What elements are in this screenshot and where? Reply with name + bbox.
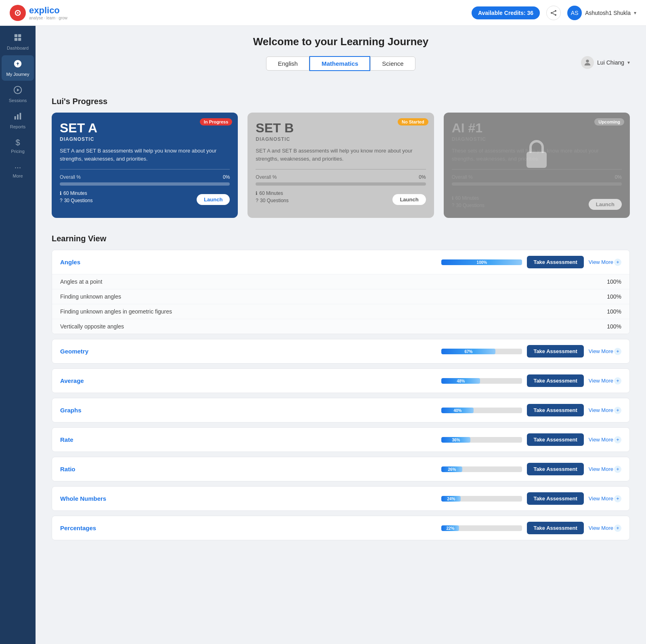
take-assessment-graphs[interactable]: Take Assessment	[527, 404, 583, 416]
svg-marker-13	[17, 88, 19, 91]
sidebar-item-my-journey[interactable]: My Journey	[2, 55, 34, 81]
view-more-graphs[interactable]: View More +	[589, 407, 621, 414]
sidebar-item-sessions[interactable]: Sessions	[2, 82, 34, 107]
header-right: Available Credits: 36 AS Ashutosh1 Shukl…	[472, 6, 636, 20]
card-ai-questions: ?30 Questions	[452, 203, 484, 208]
take-assessment-percentages[interactable]: Take Assessment	[527, 522, 583, 534]
card-a-desc: SET A and SET B assessments will help yo…	[60, 147, 230, 163]
tabs-row: English Mathematics Science Lui Chiang ▾	[52, 56, 630, 84]
topic-name-graphs: Graphs	[60, 407, 82, 414]
sidebar-item-pricing[interactable]: $ Pricing	[2, 134, 34, 158]
view-more-rate[interactable]: View More +	[589, 436, 621, 443]
main-content: Welcome to your Learning Journey English…	[36, 26, 646, 644]
svg-point-17	[586, 60, 589, 63]
credits-button[interactable]: Available Credits: 36	[472, 6, 540, 19]
topic-name-angles: Angles	[60, 259, 80, 266]
view-more-average[interactable]: View More +	[589, 377, 621, 385]
topic-header-whole-numbers: Whole Numbers 24% Take Assessment View M…	[52, 487, 629, 510]
topic-name-ratio: Ratio	[60, 466, 76, 473]
topic-header-rate: Rate 36% Take Assessment View More +	[52, 428, 629, 452]
view-more-whole-numbers[interactable]: View More +	[589, 495, 621, 502]
student-name: Lui Chiang	[597, 59, 624, 66]
sidebar-item-reports[interactable]: Reports	[2, 108, 34, 133]
card-b-questions: ?30 Questions	[256, 198, 288, 203]
view-more-percentages[interactable]: View More +	[589, 525, 621, 532]
tab-english[interactable]: English	[266, 56, 309, 71]
topic-group-rate: Rate 36% Take Assessment View More +	[52, 427, 630, 452]
subtopic-row-0: Angles at a point 100%	[52, 274, 629, 289]
dashboard-icon	[13, 33, 22, 44]
progress-bar-whole-numbers: 24%	[441, 496, 522, 502]
cards-row: In Progress SET A DIAGNOSTIC SET A and S…	[52, 113, 630, 218]
tab-mathematics[interactable]: Mathematics	[309, 56, 370, 71]
share-button[interactable]	[546, 6, 561, 20]
take-assessment-ratio[interactable]: Take Assessment	[527, 463, 583, 475]
user-area[interactable]: AS Ashutosh1 Shukla ▾	[567, 6, 636, 20]
journey-icon	[13, 59, 22, 70]
topic-header-graphs: Graphs 40% Take Assessment View More +	[52, 398, 629, 422]
card-a-overall-value: 0%	[223, 174, 230, 180]
progress-bar-graphs: 40%	[441, 408, 522, 413]
student-chevron: ▾	[627, 60, 630, 65]
topic-name-average: Average	[60, 377, 84, 384]
user-chevron: ▾	[634, 10, 636, 16]
topic-group-average: Average 48% Take Assessment View More +	[52, 368, 630, 393]
svg-line-7	[552, 13, 555, 15]
card-ai-launch-btn[interactable]: Launch	[589, 199, 622, 210]
view-more-circle-angles: +	[614, 259, 621, 266]
sidebar: Dashboard My Journey Sessions Reports $ …	[0, 26, 36, 644]
subtopic-row-1: Finding unknown angles 100%	[52, 289, 629, 304]
topic-right-percentages: 22% Take Assessment View More +	[441, 522, 621, 534]
progress-bar-geometry: 67%	[441, 349, 522, 354]
sessions-icon	[13, 86, 22, 96]
topic-right-ratio: 26% Take Assessment View More +	[441, 463, 621, 475]
view-more-angles[interactable]: View More +	[589, 259, 621, 266]
topic-group-graphs: Graphs 40% Take Assessment View More +	[52, 398, 630, 422]
card-b-desc: SET A and SET B assessments will help yo…	[256, 147, 426, 163]
topic-header-geometry: Geometry 67% Take Assessment View More +	[52, 339, 629, 363]
card-a-launch-btn[interactable]: Launch	[197, 194, 230, 205]
topic-header-percentages: Percentages 22% Take Assessment View Mor…	[52, 516, 629, 540]
take-assessment-rate[interactable]: Take Assessment	[527, 433, 583, 446]
svg-point-4	[551, 12, 552, 14]
card-a-type: DIAGNOSTIC	[60, 136, 230, 142]
card-b-overall-label: Overall %	[256, 174, 277, 180]
top-header: explico analyse · learn · grow Available…	[0, 0, 646, 26]
subtopic-row-2: Finding unknown angles in geometric figu…	[52, 304, 629, 319]
view-more-ratio[interactable]: View More +	[589, 466, 621, 473]
topic-name-whole-numbers: Whole Numbers	[60, 495, 106, 502]
topic-right-rate: 36% Take Assessment View More +	[441, 433, 621, 446]
progress-bar-percentages: 22%	[441, 525, 522, 531]
learning-view-title: Learning View	[52, 234, 630, 243]
topic-header-ratio: Ratio 26% Take Assessment View More +	[52, 457, 629, 481]
svg-point-3	[555, 10, 556, 12]
topic-group-ratio: Ratio 26% Take Assessment View More +	[52, 457, 630, 481]
tab-science[interactable]: Science	[370, 56, 415, 71]
pricing-icon: $	[15, 138, 20, 147]
lock-icon	[522, 138, 551, 171]
take-assessment-geometry[interactable]: Take Assessment	[527, 345, 583, 358]
topic-name-rate: Rate	[60, 436, 73, 443]
view-more-geometry[interactable]: View More +	[589, 348, 621, 355]
svg-rect-16	[20, 113, 21, 120]
student-selector[interactable]: Lui Chiang ▾	[581, 56, 630, 69]
svg-rect-9	[18, 34, 21, 37]
card-a-minutes: ℹ60 Minutes	[60, 190, 92, 196]
sidebar-item-dashboard[interactable]: Dashboard	[2, 29, 34, 54]
sidebar-item-more[interactable]: ··· More	[2, 159, 34, 182]
card-a-questions: ?30 Questions	[60, 198, 92, 203]
take-assessment-whole-numbers[interactable]: Take Assessment	[527, 492, 583, 505]
topic-header-average: Average 48% Take Assessment View More +	[52, 369, 629, 393]
logo-text: explico analyse · learn · grow	[29, 5, 67, 20]
topic-group-percentages: Percentages 22% Take Assessment View Mor…	[52, 516, 630, 540]
card-ai-overall-label: Overall %	[452, 174, 473, 180]
card-b-launch-btn[interactable]: Launch	[392, 194, 426, 205]
progress-title: Lui's Progress	[52, 97, 630, 106]
svg-rect-14	[15, 116, 16, 119]
card-b-type: DIAGNOSTIC	[256, 136, 426, 142]
progress-bar-angles: 100%	[441, 259, 522, 265]
svg-rect-15	[17, 114, 19, 119]
take-assessment-angles[interactable]: Take Assessment	[527, 256, 583, 268]
take-assessment-average[interactable]: Take Assessment	[527, 374, 583, 387]
card-b-minutes: ℹ60 Minutes	[256, 190, 288, 196]
